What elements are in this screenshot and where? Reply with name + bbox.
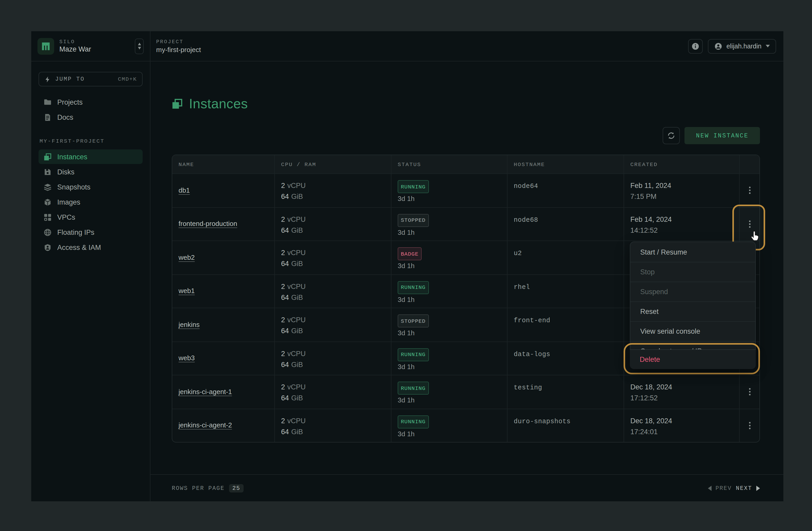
- delete-label: Delete: [640, 356, 660, 363]
- ram-value: 64: [281, 293, 289, 301]
- ram-value: 64: [281, 428, 289, 435]
- project-name: my-first-project: [156, 45, 201, 53]
- sidebar-item-floating-ips[interactable]: Floating IPs: [39, 225, 143, 240]
- sidebar: SILO Maze War JUMP TO CMD+K: [31, 31, 150, 501]
- ram-unit: GiB: [291, 327, 303, 335]
- cpu-value: 2: [281, 283, 285, 290]
- sidebar-item-label: Disks: [57, 168, 74, 176]
- rows-per-page-value[interactable]: 25: [229, 484, 243, 492]
- instance-link[interactable]: jenkins-ci-agent-1: [178, 387, 232, 397]
- jump-to-button[interactable]: JUMP TO CMD+K: [39, 72, 143, 86]
- info-button[interactable]: [688, 39, 702, 53]
- cpu-value: 2: [281, 182, 285, 189]
- menu-item-suspend[interactable]: Suspend: [630, 282, 755, 301]
- user-avatar-icon: [714, 42, 722, 50]
- ram-value: 64: [281, 260, 289, 268]
- new-instance-button[interactable]: NEW INSTANCE: [684, 127, 760, 144]
- cpu-value: 2: [281, 316, 285, 324]
- sidebar-item-label: VPCs: [57, 213, 75, 221]
- globe-icon: [44, 228, 52, 236]
- sidebar-item-projects[interactable]: Projects: [39, 95, 143, 109]
- kebab-icon: [749, 190, 751, 191]
- column-header-hostname: HOSTNAME: [507, 155, 624, 173]
- status-badge: RUNNING: [398, 382, 429, 394]
- instance-link[interactable]: frontend-production: [178, 219, 237, 229]
- ram-unit: GiB: [291, 192, 303, 200]
- cpu-unit: vCPU: [287, 417, 306, 425]
- ram-value: 64: [281, 226, 289, 234]
- refresh-button[interactable]: [663, 127, 680, 144]
- instance-link[interactable]: jenkins-ci-agent-2: [178, 420, 232, 431]
- cpu-unit: vCPU: [287, 316, 306, 324]
- cpu-unit: vCPU: [287, 249, 306, 257]
- cpu-unit: vCPU: [287, 283, 306, 290]
- ram-value: 64: [281, 394, 289, 402]
- cursor-pointer: [750, 230, 761, 244]
- sidebar-item-snapshots[interactable]: Snapshots: [39, 180, 143, 194]
- menu-item-view-serial-console[interactable]: View serial console: [630, 321, 755, 341]
- created-time: 7:15 PM: [630, 192, 657, 200]
- column-header-status: STATUS: [391, 155, 507, 173]
- ram-value: 64: [281, 327, 289, 335]
- silo-label: SILO: [59, 39, 135, 45]
- instance-link[interactable]: jenkins: [178, 320, 200, 330]
- cpu-value: 2: [281, 249, 285, 257]
- cpu-unit: vCPU: [287, 215, 306, 223]
- silo-switcher-button[interactable]: [135, 38, 144, 54]
- prev-arrow-icon: [708, 486, 711, 491]
- instance-link[interactable]: db1: [178, 185, 190, 196]
- instance-link[interactable]: web3: [178, 353, 195, 364]
- created-time: 14:12:52: [630, 226, 658, 234]
- menu-item-reset[interactable]: Reset: [630, 301, 755, 321]
- folder-icon: [44, 98, 52, 106]
- status-badge: BADGE: [398, 247, 422, 260]
- silo-logo-icon: [40, 40, 52, 52]
- hostname: u2: [514, 250, 522, 257]
- kebab-icon: [749, 391, 751, 393]
- ram-unit: GiB: [291, 360, 303, 368]
- uptime: 3d 1h: [398, 396, 415, 404]
- user-menu-button[interactable]: elijah.hardin: [708, 39, 776, 53]
- hostname: data-logs: [514, 350, 550, 358]
- chevron-down-icon: [138, 47, 141, 49]
- page-title: Instances: [172, 96, 760, 112]
- uptime: 3d 1h: [398, 329, 415, 337]
- cpu-value: 2: [281, 215, 285, 223]
- menu-item-stop[interactable]: Stop: [630, 262, 755, 282]
- topbar: PROJECT my-first-project: [150, 31, 783, 61]
- hostname: node68: [514, 216, 538, 224]
- column-header-cpu-ram: CPU / RAM: [274, 155, 391, 173]
- kebab-icon: [749, 425, 751, 426]
- sidebar-item-vpcs[interactable]: VPCs: [39, 210, 143, 224]
- row-actions-button[interactable]: [746, 184, 753, 197]
- created-date: Dec 18, 2024: [630, 417, 672, 425]
- table-row: jenkins-ci-agent-1 2 vCPU 64 GiB RUNNING…: [172, 375, 759, 408]
- cpu-unit: vCPU: [287, 383, 306, 391]
- prev-page-button[interactable]: PREV: [715, 485, 731, 491]
- menu-item-delete[interactable]: Delete: [630, 349, 756, 369]
- sidebar-item-disks[interactable]: Disks: [39, 164, 143, 179]
- sidebar-item-instances[interactable]: Instances: [39, 149, 143, 164]
- row-actions-button[interactable]: [746, 419, 753, 432]
- refresh-icon: [667, 132, 675, 140]
- row-actions-button[interactable]: [746, 386, 753, 398]
- brand-logo: [38, 38, 54, 54]
- uptime: 3d 1h: [398, 296, 415, 303]
- ram-unit: GiB: [291, 293, 303, 301]
- project-picker[interactable]: PROJECT my-first-project: [156, 39, 201, 53]
- sidebar-item-label: Floating IPs: [57, 228, 95, 236]
- ram-value: 64: [281, 192, 289, 200]
- layers-icon: [44, 183, 52, 191]
- menu-item-start-resume[interactable]: Start / Resume: [630, 242, 755, 262]
- chevron-down-icon: [766, 45, 770, 47]
- hostname: testing: [514, 384, 542, 391]
- sidebar-item-access-iam[interactable]: Access & IAM: [39, 240, 143, 255]
- page-title-text: Instances: [189, 96, 248, 112]
- global-nav: Projects Docs: [39, 95, 143, 125]
- sidebar-item-images[interactable]: Images: [39, 195, 143, 209]
- sidebar-item-docs[interactable]: Docs: [39, 110, 143, 125]
- instance-link[interactable]: web1: [178, 286, 195, 297]
- instance-link[interactable]: web2: [178, 253, 195, 263]
- sidebar-item-label: Projects: [57, 98, 83, 106]
- next-page-button[interactable]: NEXT: [736, 485, 752, 491]
